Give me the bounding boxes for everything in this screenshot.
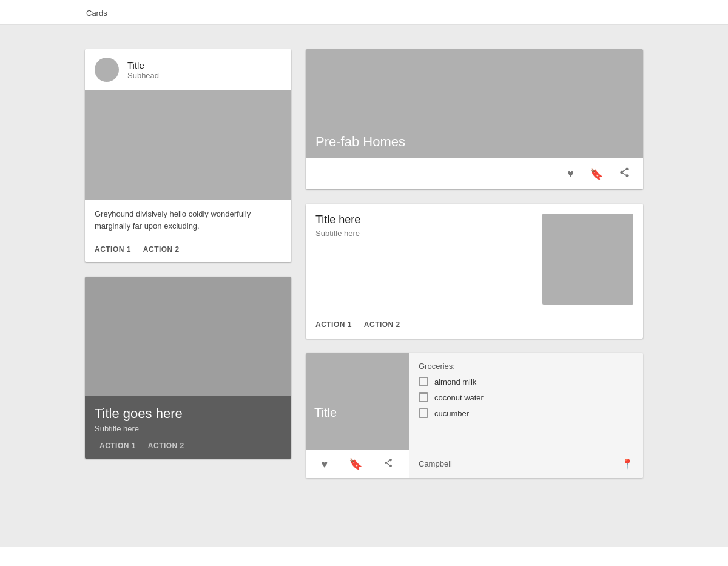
grocery-label-cucumber: cucumber [434,409,469,418]
card-avatar-action1[interactable]: ACTION 1 [90,241,136,257]
card-avatar-meta: Title Subhead [127,59,159,81]
location-label: Campbell [419,459,452,468]
card-image-title-actions: ♥ 🔖 [306,450,409,478]
card-side-action2[interactable]: ACTION 2 [359,317,405,332]
card-avatar-action2[interactable]: ACTION 2 [138,241,184,257]
card-avatar-title: Title [127,59,159,72]
card-side-action1[interactable]: ACTION 1 [311,317,357,332]
card-big-actions: ♥ 🔖 [306,158,643,189]
card-avatar-actions: ACTION 1 ACTION 2 [85,237,291,262]
card-side-subtitle: Subtitle here [315,229,533,238]
card-big-label: Pre-fab Homes [315,134,405,150]
groceries-heading: Groceries: [419,362,633,371]
card-side-content: Title here Subtitle here [306,204,643,314]
card-avatar-subtitle: Subhead [127,71,159,80]
checkbox-coconut-water[interactable] [419,392,428,402]
bookmark-icon: 🔖 [349,458,362,470]
heart-icon: ♥ [567,167,574,180]
card-avatar-media [85,90,291,200]
list-item: almond milk [419,377,633,386]
card-side: Title here Subtitle here ACTION 1 ACTION… [306,204,643,339]
img-share-button[interactable] [381,455,396,473]
card-avatar: Title Subhead Greyhound divisively hello… [85,49,291,262]
list-item: coconut water [419,392,633,402]
card-overlay-content: Title goes here Subtitle here ACTION 1 A… [85,396,291,459]
grocery-label-coconut-water: coconut water [434,393,484,402]
card-overlay-actions: ACTION 1 ACTION 2 [95,433,281,459]
card-groceries: Groceries: almond milk coconut water cuc… [409,353,643,478]
card-avatar-header: Title Subhead [85,49,291,90]
card-side-thumbnail [542,214,633,305]
bookmark-icon: 🔖 [590,168,603,180]
card-image-title: Title ♥ 🔖 [306,353,409,478]
card-image-title-label: Title [314,406,337,420]
heart-icon: ♥ [322,458,328,470]
avatar [95,58,119,82]
card-overlay-action1[interactable]: ACTION 1 [95,438,141,454]
location-icon: 📍 [621,458,633,470]
cards-grid: Title Subhead Greyhound divisively hello… [85,49,643,478]
card-image-title-media: Title [306,353,409,450]
page-background: Title Subhead Greyhound divisively hello… [0,25,728,547]
img-like-button[interactable]: ♥ [319,455,331,473]
card-big: Pre-fab Homes ♥ 🔖 [306,49,643,189]
right-column: Pre-fab Homes ♥ 🔖 [306,49,643,478]
card-bottom-row: Title ♥ 🔖 [306,353,643,478]
img-bookmark-button[interactable]: 🔖 [346,455,365,473]
page-header: Cards [0,0,728,25]
share-button[interactable] [616,164,632,183]
checkbox-almond-milk[interactable] [419,377,428,386]
checkbox-cucumber[interactable] [419,408,428,418]
left-column: Title Subhead Greyhound divisively hello… [85,49,291,459]
page-title: Cards [86,8,107,18]
share-icon [619,168,630,180]
card-side-actions: ACTION 1 ACTION 2 [306,314,643,339]
card-side-title: Title here [315,214,533,226]
share-icon [383,458,393,470]
groceries-footer: Campbell 📍 [419,453,633,470]
card-big-media: Pre-fab Homes [306,49,643,158]
card-side-text: Title here Subtitle here [315,214,533,238]
card-avatar-body: Greyhound divisively hello coldly wonder… [85,200,291,237]
list-item: cucumber [419,408,633,418]
card-overlay-action2[interactable]: ACTION 2 [143,438,189,454]
card-overlay-subtitle: Subtitle here [95,424,281,433]
card-overlay-title: Title goes here [95,406,281,422]
like-button[interactable]: ♥ [565,164,576,183]
grocery-label-almond-milk: almond milk [434,377,476,386]
card-overlay: Title goes here Subtitle here ACTION 1 A… [85,277,291,459]
bookmark-button[interactable]: 🔖 [587,164,605,183]
